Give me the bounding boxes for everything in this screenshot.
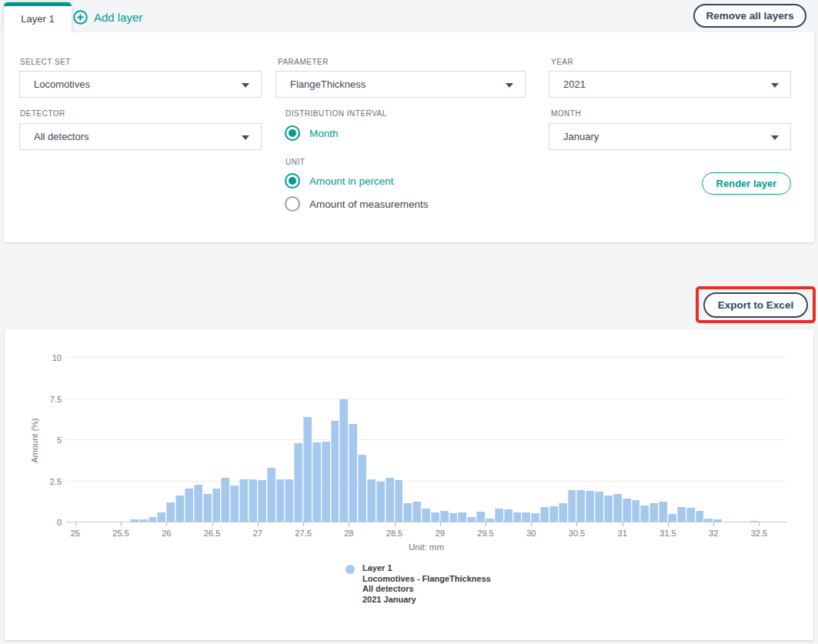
histogram-chart-card: Amount (%) Unit: mm 02.557.5102525.52626… bbox=[5, 329, 813, 640]
histogram-bar[interactable] bbox=[276, 479, 285, 522]
radio-month-label: Month bbox=[309, 128, 339, 139]
chevron-down-icon bbox=[242, 83, 249, 88]
select-set-value: Locomotives bbox=[34, 78, 90, 90]
histogram-bar[interactable] bbox=[285, 479, 293, 522]
histogram-bar[interactable] bbox=[249, 479, 257, 522]
histogram-bar[interactable] bbox=[504, 509, 513, 522]
x-tick-label: 29.5 bbox=[477, 529, 493, 538]
radio-amount-of-measurements-label: Amount of measurements bbox=[309, 199, 429, 210]
histogram-bar[interactable] bbox=[686, 508, 695, 522]
histogram-bar[interactable] bbox=[339, 399, 348, 523]
chart-legend: Layer 1 Locomotives - FlangeThickness Al… bbox=[346, 563, 491, 605]
histogram-bar[interactable] bbox=[367, 479, 376, 522]
year-dropdown[interactable]: 2021 bbox=[549, 71, 791, 98]
month-dropdown[interactable]: January bbox=[549, 123, 791, 150]
histogram-bar[interactable] bbox=[239, 479, 248, 522]
x-tick-mark bbox=[623, 522, 623, 526]
detector-value: All detectors bbox=[34, 131, 89, 142]
month-label: MONTH bbox=[551, 109, 581, 118]
histogram-bar[interactable] bbox=[623, 499, 631, 522]
histogram-bar[interactable] bbox=[194, 485, 202, 522]
radio-month[interactable]: Month bbox=[285, 125, 339, 141]
histogram-bar[interactable] bbox=[476, 512, 485, 522]
histogram-bar[interactable] bbox=[185, 489, 193, 522]
export-to-excel-button[interactable]: Export to Excel bbox=[703, 292, 808, 318]
histogram-bar[interactable] bbox=[549, 506, 558, 522]
histogram-bar[interactable] bbox=[495, 509, 503, 522]
histogram-bar[interactable] bbox=[568, 490, 576, 522]
render-layer-button[interactable]: Render layer bbox=[702, 172, 791, 195]
histogram-bar[interactable] bbox=[331, 421, 339, 522]
x-axis-line bbox=[66, 522, 786, 522]
histogram-bar[interactable] bbox=[349, 424, 357, 522]
tab-layer-1-label: Layer 1 bbox=[4, 13, 72, 25]
histogram-bar[interactable] bbox=[440, 511, 449, 522]
histogram-bar[interactable] bbox=[422, 509, 430, 522]
histogram-bar[interactable] bbox=[267, 468, 275, 522]
histogram-bar[interactable] bbox=[386, 478, 394, 522]
histogram-bar[interactable] bbox=[212, 489, 221, 522]
x-tick-label: 28.5 bbox=[386, 529, 402, 538]
histogram-bar[interactable] bbox=[640, 506, 649, 522]
histogram-bar[interactable] bbox=[376, 482, 385, 523]
select-set-label: SELECT SET bbox=[20, 58, 71, 66]
histogram-bar[interactable] bbox=[203, 494, 212, 522]
chevron-down-icon bbox=[242, 135, 249, 140]
histogram-bar[interactable] bbox=[586, 491, 594, 522]
radio-amount-in-percent[interactable]: Amount in percent bbox=[285, 173, 394, 189]
x-tick-label: 28 bbox=[344, 529, 353, 538]
histogram-bar[interactable] bbox=[358, 455, 366, 522]
select-set-dropdown[interactable]: Locomotives bbox=[19, 71, 262, 98]
layer-settings-panel: SELECT SET Locomotives DETECTOR All dete… bbox=[4, 32, 814, 242]
x-tick-label: 31.5 bbox=[659, 529, 676, 538]
histogram-bar[interactable] bbox=[322, 442, 330, 522]
histogram-bar[interactable] bbox=[395, 480, 403, 522]
x-tick-mark bbox=[713, 522, 714, 526]
parameter-dropdown[interactable]: FlangeThickness bbox=[275, 71, 526, 98]
histogram-bar[interactable] bbox=[659, 502, 667, 522]
month-value: January bbox=[563, 131, 599, 142]
histogram-bar[interactable] bbox=[175, 496, 184, 522]
radio-amount-of-measurements[interactable]: Amount of measurements bbox=[285, 196, 429, 212]
histogram-bar[interactable] bbox=[604, 496, 613, 522]
histogram-bar[interactable] bbox=[403, 503, 412, 522]
histogram-bar[interactable] bbox=[230, 486, 239, 522]
tab-active-indicator bbox=[4, 2, 72, 6]
histogram-bar[interactable] bbox=[677, 507, 686, 522]
remove-all-layers-button[interactable]: Remove all layers bbox=[693, 4, 806, 28]
tab-layer-1[interactable]: Layer 1 bbox=[4, 2, 72, 32]
detector-dropdown[interactable]: All detectors bbox=[19, 123, 262, 150]
parameter-label: PARAMETER bbox=[278, 58, 329, 66]
histogram-bar[interactable] bbox=[595, 492, 603, 522]
histogram-bar[interactable] bbox=[613, 494, 622, 522]
x-tick-mark bbox=[531, 522, 532, 526]
x-tick-label: 25.5 bbox=[112, 529, 129, 538]
histogram-bar[interactable] bbox=[166, 502, 175, 522]
x-tick-label: 27.5 bbox=[295, 529, 311, 538]
x-tick-mark bbox=[349, 522, 349, 526]
add-layer-button[interactable]: Add layer bbox=[73, 7, 142, 27]
chevron-down-icon bbox=[506, 83, 513, 88]
histogram-bar[interactable] bbox=[258, 480, 266, 522]
histogram-bar[interactable] bbox=[696, 511, 704, 522]
histogram-bar[interactable] bbox=[294, 443, 302, 522]
y-tick-label: 7.5 bbox=[31, 395, 62, 404]
histogram-bar[interactable] bbox=[559, 503, 567, 522]
histogram-bar[interactable] bbox=[632, 500, 640, 522]
add-layer-label: Add layer bbox=[94, 11, 142, 24]
tab-panel-join bbox=[4, 31, 72, 35]
histogram-bar[interactable] bbox=[312, 442, 321, 522]
x-tick-mark bbox=[258, 522, 259, 526]
legend-line-layer: Layer 1 bbox=[362, 563, 491, 574]
histogram-bar[interactable] bbox=[221, 478, 229, 522]
histogram-bar[interactable] bbox=[303, 417, 312, 522]
histogram-bar[interactable] bbox=[412, 502, 421, 522]
histogram-bar[interactable] bbox=[576, 490, 585, 522]
histogram-bar[interactable] bbox=[540, 507, 549, 522]
x-tick-label: 31 bbox=[618, 529, 627, 538]
x-tick-label: 30.5 bbox=[569, 529, 585, 538]
year-label: YEAR bbox=[551, 58, 573, 66]
y-gridline bbox=[66, 357, 786, 358]
y-gridline bbox=[66, 399, 786, 399]
histogram-bar[interactable] bbox=[649, 503, 658, 522]
